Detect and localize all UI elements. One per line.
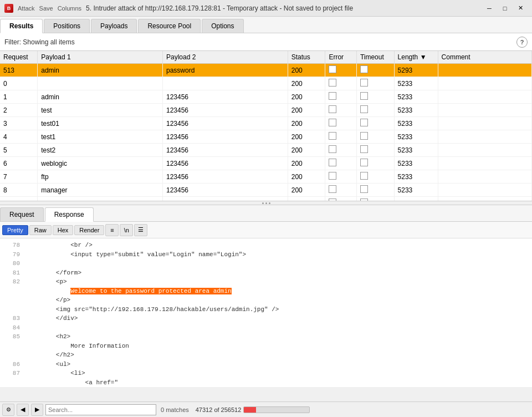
cell-status: 200 (288, 197, 325, 201)
code-area[interactable]: 78 <br />79 <input type="submit" value="… (0, 238, 532, 387)
cell-payload1: admin (38, 90, 163, 104)
timeout-checkbox[interactable] (360, 172, 368, 180)
nav-forward-button[interactable]: ▶ (31, 404, 43, 416)
render-button[interactable]: Render (74, 225, 104, 235)
code-line: 81 </form> (0, 268, 532, 278)
help-button[interactable]: ? (516, 37, 528, 48)
cell-error (325, 104, 356, 117)
timeout-checkbox[interactable] (360, 132, 368, 140)
cell-error (325, 130, 356, 144)
format-icon[interactable]: ≡ (105, 224, 119, 236)
resize-handle[interactable] (0, 201, 532, 205)
cell-length: 5233 (394, 77, 438, 90)
col-error[interactable]: Error (325, 51, 356, 64)
error-checkbox[interactable] (329, 119, 336, 126)
cell-timeout (356, 197, 394, 201)
timeout-checkbox[interactable] (360, 185, 368, 193)
error-checkbox[interactable] (329, 79, 336, 87)
col-comment[interactable]: Comment (438, 51, 531, 64)
line-content: <a href=" (27, 378, 118, 388)
line-number (2, 287, 20, 296)
timeout-checkbox[interactable] (360, 105, 368, 113)
cell-payload2 (162, 77, 288, 90)
tab-options[interactable]: Options (202, 19, 243, 33)
code-line: 83 </div> (0, 314, 532, 323)
nav-back-button[interactable]: ◀ (17, 404, 29, 416)
cell-comment (438, 117, 531, 130)
search-input[interactable] (45, 404, 156, 415)
col-length[interactable]: Length ▼ (394, 51, 438, 64)
menu-columns[interactable]: Columns (58, 5, 81, 12)
table-row[interactable]: 0 200 5233 (0, 77, 532, 90)
tab-results[interactable]: Results (0, 19, 43, 33)
settings-icon[interactable]: ⚙ (2, 404, 14, 416)
minimize-button[interactable]: ─ (482, 3, 497, 14)
timeout-checkbox[interactable] (360, 119, 368, 126)
col-status[interactable]: Status (288, 51, 325, 64)
bottom-panel: Request Response Pretty Raw Hex Render ≡… (0, 205, 532, 387)
table-row[interactable]: 2 test 123456 200 5233 (0, 104, 532, 117)
cell-status: 200 (288, 117, 325, 130)
tab-response[interactable]: Response (45, 207, 94, 222)
table-row[interactable]: 9 manage 123456 200 5233 (0, 197, 532, 201)
table-row[interactable]: 6 weblogic 123456 200 5233 (0, 157, 532, 170)
cell-request: 4 (0, 130, 38, 144)
cell-length: 5233 (394, 184, 438, 197)
menu-attack[interactable]: Attack (18, 5, 35, 12)
col-request[interactable]: Request (0, 51, 38, 64)
tab-positions[interactable]: Positions (44, 19, 90, 33)
highlight-text: Welcome to the password protected area a… (70, 288, 231, 294)
handle-dot (262, 202, 264, 204)
timeout-checkbox[interactable] (360, 92, 368, 100)
cell-length: 5233 (394, 90, 438, 104)
col-timeout[interactable]: Timeout (356, 51, 394, 64)
error-checkbox[interactable] (329, 145, 336, 153)
col-payload1[interactable]: Payload 1 (38, 51, 163, 64)
maximize-button[interactable]: □ (498, 3, 512, 14)
pretty-button[interactable]: Pretty (2, 225, 28, 235)
error-checkbox[interactable] (329, 185, 336, 193)
tab-resource-pool[interactable]: Resource Pool (138, 19, 201, 33)
error-checkbox[interactable] (329, 132, 336, 140)
timeout-checkbox[interactable] (360, 65, 368, 73)
code-line: </p> (0, 296, 532, 305)
table-row[interactable]: 7 ftp 123456 200 5233 (0, 170, 532, 184)
error-checkbox[interactable] (329, 92, 336, 100)
app-icon: B (4, 4, 13, 13)
timeout-checkbox[interactable] (360, 145, 368, 153)
newline-icon[interactable]: \n (120, 224, 133, 236)
error-checkbox[interactable] (329, 199, 336, 201)
timeout-checkbox[interactable] (360, 159, 368, 166)
cell-comment (438, 90, 531, 104)
filter-text: Filter: Showing all items (4, 38, 516, 46)
window-title: 5. Intruder attack of http://192.168.179… (86, 4, 482, 12)
wrap-icon[interactable]: ☰ (134, 224, 147, 236)
tab-request[interactable]: Request (0, 207, 44, 221)
hex-button[interactable]: Hex (53, 225, 74, 235)
table-row[interactable]: 4 test1 123456 200 5233 (0, 130, 532, 144)
close-button[interactable]: ✕ (513, 3, 528, 14)
results-table: Request Payload 1 Payload 2 Status Error… (0, 51, 532, 201)
cell-payload1: manage (38, 197, 163, 201)
timeout-checkbox[interactable] (360, 79, 368, 87)
cell-status: 200 (288, 77, 325, 90)
table-row[interactable]: 3 test01 123456 200 5233 (0, 117, 532, 130)
error-checkbox[interactable] (329, 172, 336, 180)
error-checkbox[interactable] (329, 105, 336, 113)
cell-error (325, 90, 356, 104)
cell-request: 7 (0, 170, 38, 184)
table-row[interactable]: 5 test2 123456 200 5233 (0, 144, 532, 157)
error-checkbox[interactable] (329, 65, 336, 73)
cell-timeout (356, 130, 394, 144)
timeout-checkbox[interactable] (360, 199, 368, 201)
tab-payloads[interactable]: Payloads (91, 19, 137, 33)
table-row[interactable]: 513 admin password 200 5293 (0, 64, 532, 77)
line-number: 80 (2, 259, 20, 268)
raw-button[interactable]: Raw (29, 225, 52, 235)
table-row[interactable]: 8 manager 123456 200 5233 (0, 184, 532, 197)
line-number (2, 305, 20, 314)
error-checkbox[interactable] (329, 159, 336, 166)
menu-save[interactable]: Save (39, 5, 53, 12)
col-payload2[interactable]: Payload 2 (162, 51, 288, 64)
table-row[interactable]: 1 admin 123456 200 5233 (0, 90, 532, 104)
